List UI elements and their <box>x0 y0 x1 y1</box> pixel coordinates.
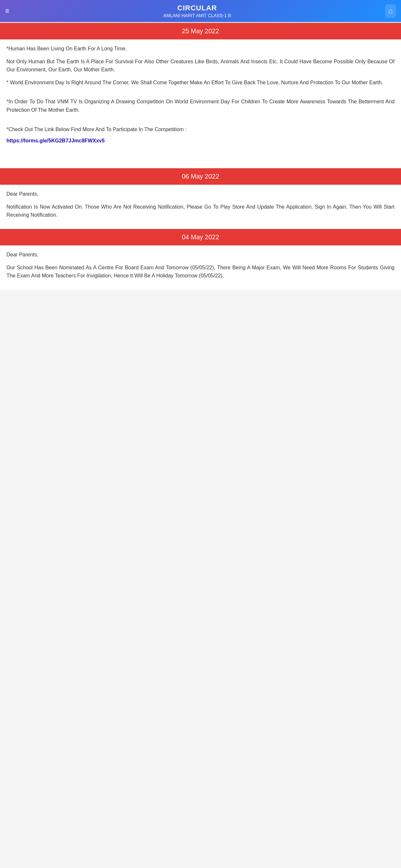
content-area: 25 May 2022 *Human Has Been Living On Ea… <box>0 23 401 290</box>
section-2-para-1: Notification Is Now Activated On. Those … <box>6 203 395 219</box>
section-3-content: Dear Parents, Our School Has Been Nomina… <box>0 245 401 290</box>
app-title: CIRCULAR <box>9 4 385 12</box>
section-1-para-2: * World Environment Day Is Right Around … <box>6 79 395 87</box>
header-center: CIRCULAR AMLANI HARIT AMIT CLASS-1 B <box>9 4 385 18</box>
section-2-content: Dear Parents, Notification Is Now Activa… <box>0 185 401 229</box>
date-header-2: 06 May 2022 <box>0 168 401 185</box>
spacer-2 <box>6 119 395 125</box>
home-button[interactable]: ⌂ <box>385 4 396 18</box>
home-icon: ⌂ <box>389 7 393 15</box>
section-3-para-1: Our School Has Been Nominated As A Centr… <box>6 264 395 280</box>
section-1-content: *Human Has Been Living On Earth For A Lo… <box>0 39 401 149</box>
menu-icon[interactable]: ≡ <box>5 7 9 14</box>
section-spacer-1 <box>0 149 401 168</box>
app-header: ≡ CIRCULAR AMLANI HARIT AMIT CLASS-1 B ⌂ <box>0 0 401 22</box>
section-1-para-1: Not Only Human But The Earth Is A Place … <box>6 58 395 74</box>
section-1-para-0: *Human Has Been Living On Earth For A Lo… <box>6 44 395 53</box>
date-header-3: 04 May 2022 <box>0 229 401 245</box>
circular-link-1[interactable]: https://forms.gle/5KG2B7JJmc8FWXxv5 <box>6 138 104 144</box>
section-1-para-4: *Check Out The Link Below Find More And … <box>6 125 395 134</box>
section-3-para-0: Dear Parents, <box>6 251 395 259</box>
section-2-para-0: Dear Parents, <box>6 190 395 198</box>
section-1-para-3: *In Order To Do That VNM TV Is Organizin… <box>6 97 395 114</box>
date-header-1: 25 May 2022 <box>0 23 401 39</box>
app-subtitle: AMLANI HARIT AMIT CLASS-1 B <box>9 13 385 18</box>
spacer-1 <box>6 91 395 97</box>
